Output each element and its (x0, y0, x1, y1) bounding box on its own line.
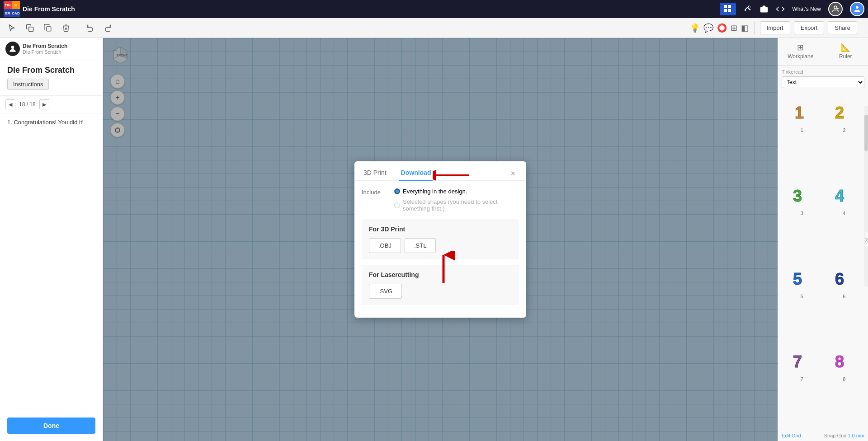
stl-download-button[interactable]: .STL (405, 238, 436, 253)
duplicate-button[interactable] (40, 20, 56, 36)
layout-icon[interactable]: ⊞ (731, 23, 737, 33)
tinkercad-label: Tinkercad (782, 69, 864, 75)
snap-grid-label: Snap Grid 1.0 mm (824, 433, 864, 438)
shapes-category-select[interactable]: Text (782, 76, 864, 88)
shape-thumb-2: 2 (830, 99, 859, 127)
svg-text:5: 5 (793, 270, 802, 288)
ruler-tab[interactable]: 📐 Ruler (823, 38, 868, 65)
shapes-icon[interactable]: ◧ (741, 23, 749, 33)
svg-point-11 (11, 46, 14, 49)
shape-label-5: 5 (801, 294, 803, 299)
shape-label-1: 1 (801, 127, 803, 133)
scroll-right-indicator[interactable]: › (865, 232, 868, 247)
instructions-tab[interactable]: Instructions (7, 79, 49, 90)
tab-download[interactable]: Download (399, 165, 433, 181)
shape-item-6[interactable]: 6 6 (824, 262, 865, 343)
svg-rect-9 (29, 27, 33, 31)
ruler-label: Ruler (839, 53, 852, 60)
scrollbar-thumb (864, 115, 868, 151)
modal-close-button[interactable]: × (507, 167, 519, 180)
obj-download-button[interactable]: .OBJ (369, 238, 401, 253)
shape-label-7: 7 (801, 376, 803, 382)
svg-rect-10 (47, 27, 51, 31)
whats-new-link[interactable]: What's New (792, 6, 821, 12)
tab-3d-print[interactable]: 3D Print (362, 165, 388, 181)
shape-label-4: 4 (843, 211, 845, 216)
delete-button[interactable] (58, 20, 74, 36)
3d-print-section: For 3D Print .OBJ .STL (362, 219, 519, 259)
comment-icon[interactable]: 💬 (703, 23, 713, 33)
svg-rect-1 (728, 5, 731, 8)
radio-selected-label[interactable]: Selected shapes (you need to select some… (394, 198, 519, 212)
svg-download-button[interactable]: .SVG (369, 284, 402, 299)
radio-group: Everything in the design. Selected shape… (394, 188, 519, 212)
svg-text:8: 8 (835, 352, 844, 371)
share-button[interactable]: Share (828, 21, 857, 34)
shape-item-2[interactable]: 2 2 (824, 96, 865, 177)
top-navigation: TIN K ER CAD Die From Scratch (0, 0, 868, 18)
next-page-button[interactable]: ▶ (39, 99, 49, 109)
sidebar-nav: ◀ 18 / 18 ▶ (0, 96, 103, 113)
canvas-area[interactable]: FRONT TOP ⌂ + − (103, 38, 778, 441)
sidebar: Die From Scratch Die From Scratch Die Fr… (0, 38, 103, 441)
prev-page-button[interactable]: ◀ (5, 99, 15, 109)
shape-item-4[interactable]: 4 4 (824, 179, 865, 260)
svg-text:3: 3 (793, 187, 802, 205)
projects-button[interactable] (760, 5, 769, 14)
shape-label-3: 3 (801, 211, 803, 216)
lasercutting-buttons: .SVG (369, 284, 512, 299)
circle-icon[interactable]: ⭕ (717, 23, 727, 33)
svg-text:4: 4 (835, 187, 844, 205)
lasercutting-section: For Lasercutting .SVG (362, 265, 519, 305)
export-button[interactable]: Export (794, 21, 825, 34)
add-user-button[interactable] (828, 2, 843, 16)
shape-thumb-8: 8 (830, 347, 859, 376)
svg-text:2: 2 (835, 103, 844, 122)
shape-item-7[interactable]: 7 7 (782, 345, 822, 426)
radio-everything-input[interactable] (394, 188, 400, 194)
radio-selected-text: Selected shapes (you need to select some… (403, 198, 519, 212)
workplane-tab[interactable]: ⊞ Workplane (778, 38, 823, 65)
project-name: Die From Scratch (7, 66, 95, 75)
3d-print-title: For 3D Print (369, 225, 512, 233)
include-label: Include (362, 188, 389, 196)
sidebar-user-name: Die From Scratch (23, 43, 67, 49)
done-button[interactable]: Done (7, 418, 95, 434)
redo-button[interactable] (100, 20, 116, 36)
3d-print-buttons: .OBJ .STL (369, 238, 512, 253)
select-tool-button[interactable] (4, 20, 20, 36)
shapes-section-header: Tinkercad Text (778, 66, 868, 92)
shape-item-1[interactable]: 1 1 (782, 96, 822, 177)
shape-item-3[interactable]: 3 3 (782, 179, 822, 260)
app-logo: TIN K ER CAD Die From Scratch (4, 1, 75, 17)
radio-selected-input[interactable] (394, 202, 400, 208)
copy-button[interactable] (22, 20, 38, 36)
grid-view-button[interactable] (720, 3, 736, 15)
svg-text:1: 1 (795, 103, 804, 122)
modal-tabs: 3D Print Download (354, 161, 526, 181)
shape-thumb-5: 5 (788, 265, 816, 294)
tools-button[interactable] (743, 5, 752, 14)
shape-item-5[interactable]: 5 5 (782, 262, 822, 343)
radio-everything-text: Everything in the design. (403, 188, 467, 195)
light-icon[interactable]: 💡 (690, 23, 700, 33)
user-avatar[interactable] (850, 2, 864, 16)
right-panel: ⊞ Workplane 📐 Ruler Tinkercad Text 1 (778, 38, 868, 441)
right-scrollbar[interactable] (864, 106, 868, 286)
nav-icons: What's New (720, 2, 864, 16)
code-button[interactable] (776, 5, 785, 14)
import-button[interactable]: Import (760, 21, 790, 34)
workplane-icon: ⊞ (780, 42, 821, 52)
shape-item-8[interactable]: 8 8 (824, 345, 865, 426)
instruction-text: 1. Congratulations! You did it! (7, 119, 95, 126)
shape-label-2: 2 (843, 127, 845, 133)
shape-thumb-1: 1 (788, 99, 816, 127)
workplane-label: Workplane (788, 53, 813, 60)
edit-grid-link[interactable]: Edit Grid (782, 433, 801, 438)
right-panel-footer: Edit Grid Snap Grid 1.0 mm (778, 430, 868, 441)
svg-text:7: 7 (793, 352, 802, 371)
undo-button[interactable] (82, 20, 98, 36)
sidebar-avatar (5, 42, 20, 56)
radio-everything-label[interactable]: Everything in the design. (394, 188, 519, 195)
sidebar-content: 1. Congratulations! You did it! (0, 113, 103, 410)
